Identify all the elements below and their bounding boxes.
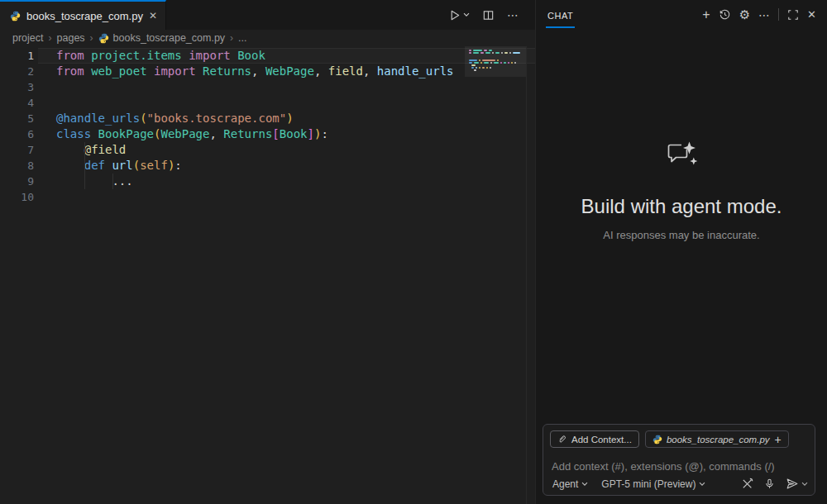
line-number[interactable]: 10: [0, 189, 38, 205]
mic-button[interactable]: [764, 478, 775, 490]
split-editor-button[interactable]: [482, 9, 495, 21]
editor-group: books_toscrape_com.py ✕ ⋯ project › page…: [0, 0, 536, 504]
chat-sparkle-icon: [665, 141, 698, 171]
line-number[interactable]: 5: [0, 111, 38, 126]
model-selector[interactable]: GPT-5 mini (Preview): [601, 478, 705, 490]
line-number[interactable]: 9: [0, 174, 38, 189]
scrollbar[interactable]: [526, 46, 527, 504]
breadcrumb-item-project[interactable]: project: [12, 32, 44, 44]
chevron-down-icon: [801, 482, 808, 487]
code-line[interactable]: [38, 79, 535, 95]
breadcrumb-separator: ›: [90, 32, 93, 44]
code-token: self: [140, 159, 168, 172]
send-button[interactable]: [786, 478, 799, 490]
code-token: ,: [251, 64, 265, 78]
code-token: from: [56, 64, 91, 78]
chevron-down-icon: [581, 482, 588, 487]
new-chat-button[interactable]: +: [702, 7, 710, 22]
code-token: "books.toscrape.com": [147, 112, 287, 125]
minimap[interactable]: [469, 50, 522, 74]
history-button[interactable]: [719, 8, 731, 21]
chat-more-button[interactable]: ⋯: [758, 8, 770, 21]
chat-header-icons: + ⚙ ⋯ ✕: [702, 7, 816, 22]
configure-tools-button[interactable]: [741, 478, 753, 490]
breadcrumb: project › pages › books_toscrape_com.py …: [0, 30, 535, 46]
minimap-line: [469, 62, 522, 64]
code-column[interactable]: from project.items import Bookfrom web_p…: [38, 46, 535, 504]
code-line[interactable]: [38, 95, 535, 111]
code-token: ,: [363, 64, 377, 78]
code-line[interactable]: @field: [38, 142, 535, 158]
code-token: (: [140, 112, 146, 125]
code-line[interactable]: def url(self):: [38, 158, 535, 174]
code-token: ,: [314, 64, 328, 78]
chat-welcome: Build with agent mode. AI responses may …: [536, 29, 827, 241]
code-line[interactable]: from web_poet import Returns, WebPage, f…: [38, 64, 535, 79]
code-token: :: [321, 127, 327, 140]
chat-input[interactable]: [550, 448, 808, 478]
paperclip-icon: [557, 434, 567, 445]
line-number[interactable]: 1: [0, 48, 38, 64]
code-token: url: [112, 159, 132, 172]
editor-actions: ⋯: [448, 0, 519, 30]
attached-file-pill[interactable]: books_toscrape_com.py +: [645, 430, 789, 448]
code-token: Book: [280, 127, 308, 140]
breadcrumb-item-symbol[interactable]: ...: [238, 32, 246, 44]
minimap-line: [469, 64, 522, 66]
tools-icon: [741, 478, 753, 490]
line-number[interactable]: 6: [0, 126, 38, 142]
more-actions-button[interactable]: ⋯: [507, 8, 519, 21]
context-row: Add Context... books_toscrape_com.py +: [550, 430, 808, 448]
run-dropdown-button[interactable]: [463, 12, 470, 17]
chat-input-box[interactable]: Add Context... books_toscrape_com.py + A…: [543, 424, 815, 496]
add-context-button[interactable]: Add Context...: [550, 430, 639, 448]
maximize-panel-button[interactable]: [787, 9, 799, 21]
code-line[interactable]: class BookPage(WebPage, Returns[Book]):: [38, 126, 535, 142]
code-token: ...: [112, 174, 132, 188]
line-number[interactable]: 8: [0, 158, 38, 174]
code-token: Returns: [223, 127, 272, 140]
code-token: WebPage: [265, 64, 314, 78]
tab-bar: books_toscrape_com.py ✕ ⋯: [0, 0, 535, 30]
line-number[interactable]: 3: [0, 79, 38, 95]
code-token: ,: [209, 127, 223, 140]
chevron-down-icon: [699, 482, 705, 487]
line-number[interactable]: 2: [0, 64, 38, 79]
code-token: @field: [84, 143, 127, 156]
tab-title: books_toscrape_com.py: [26, 10, 143, 22]
python-icon: [10, 10, 21, 22]
code-token: field: [328, 64, 363, 78]
code-token: :: [174, 159, 181, 172]
breadcrumb-separator: ›: [49, 32, 52, 44]
code-editor[interactable]: 12345678910 from project.items import Bo…: [0, 46, 535, 504]
line-number[interactable]: 4: [0, 95, 38, 111]
tab-chat[interactable]: CHAT: [546, 2, 575, 28]
minimap-line: [469, 55, 522, 56]
code-line[interactable]: from project.items import Book: [38, 48, 535, 64]
code-token: ): [286, 112, 293, 125]
code-token: WebPage: [160, 127, 209, 140]
tab-books-toscrape[interactable]: books_toscrape_com.py ✕: [0, 0, 166, 30]
code-line[interactable]: [38, 189, 535, 205]
run-button[interactable]: [448, 9, 461, 21]
code-line[interactable]: @handle_urls("books.toscrape.com"): [38, 111, 535, 126]
send-dropdown-button[interactable]: [801, 482, 808, 487]
tab-close-icon[interactable]: ✕: [149, 10, 157, 21]
minimap-line: [469, 50, 522, 51]
minimap-line: [469, 57, 522, 59]
editor-gutter[interactable]: 12345678910: [0, 46, 38, 504]
breadcrumb-item-file[interactable]: books_toscrape_com.py: [98, 32, 226, 44]
mode-selector[interactable]: Agent: [552, 478, 588, 490]
attach-add-button[interactable]: +: [775, 433, 782, 446]
divider: [778, 8, 779, 21]
microphone-icon: [764, 478, 775, 490]
breadcrumb-separator: ›: [230, 32, 233, 44]
settings-gear-button[interactable]: ⚙: [739, 7, 750, 22]
welcome-title: Build with agent mode.: [536, 195, 827, 218]
line-number[interactable]: 7: [0, 142, 38, 158]
breadcrumb-item-pages[interactable]: pages: [57, 32, 85, 44]
welcome-subtitle: AI responses may be inaccurate.: [536, 229, 827, 241]
minimap-line: [469, 67, 522, 69]
split-editor-icon: [482, 9, 495, 21]
close-panel-button[interactable]: ✕: [807, 8, 816, 21]
